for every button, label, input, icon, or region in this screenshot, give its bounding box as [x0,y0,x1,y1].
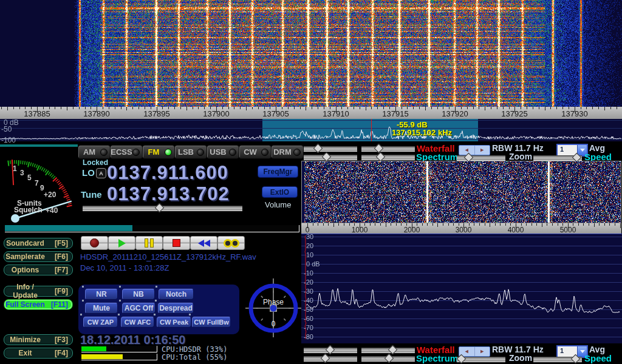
notch-button[interactable]: Notch [159,289,194,300]
slider-thumb[interactable] [326,345,335,355]
clock-display: 18.12.2011 0:16:50 [80,334,186,346]
cw-peak-button[interactable]: CW Peak [157,317,191,328]
loop-button[interactable] [217,236,245,250]
audio-db-label: -10 [304,270,313,277]
info-update-button[interactable]: Info / Update[F9] [4,286,73,297]
mode-led [132,149,140,156]
nb-button[interactable]: NB [122,289,155,300]
zoom-slider[interactable] [457,155,505,161]
cw-zap-button[interactable]: CW ZAP [83,317,118,328]
mode-led [261,149,268,156]
waterfall-brightness-slider-2[interactable] [304,348,357,353]
waterfall-brightness-slider[interactable] [304,146,357,152]
cpu-total-bar-fill [81,354,123,359]
rbw-spin-control-2[interactable]: ◄► [459,346,490,357]
spectrum-brightness-slider[interactable] [304,155,357,160]
audio-db-label: 20 [306,243,313,249]
lo-frequency-value[interactable]: 0137.911.600 [107,163,228,182]
slider-thumb[interactable] [322,152,332,162]
mute-button[interactable]: Mute [85,303,118,314]
audio-db-label: -60 [304,315,313,322]
audio-scale-label: 1000 [352,226,368,234]
audio-db-label: 0 dB [306,261,320,268]
rf-spectrum-display[interactable] [0,119,622,141]
hdsdr-window: 137885 137890 137895 137900 137905 13791… [0,0,622,364]
soundcard-button[interactable]: Soundcard[F5] [4,238,73,249]
record-icon [90,238,99,248]
slider-thumb[interactable] [388,345,398,355]
samplerate-button[interactable]: Samplerate[F6] [4,251,73,262]
lo-label: LO [82,168,95,177]
progress-bar[interactable] [5,225,299,232]
pause-icon [145,238,154,248]
stop-button[interactable] [163,236,190,250]
phase-label: Phase [263,298,284,306]
lo-lock-button[interactable]: A [96,168,106,178]
audio-waterfall-display[interactable] [302,161,621,223]
avg-dropdown-2[interactable]: 1 [556,345,588,358]
rewind-button[interactable] [190,236,217,250]
rf-scale-label: 137900 [203,109,229,118]
mode-button-usb[interactable]: USB [207,145,239,159]
full-screen-button[interactable]: Full Screen[F11] [4,299,73,310]
exit-button[interactable]: Exit[F4] [4,348,73,359]
waterfall-contrast-slider-2[interactable] [361,348,415,353]
cw-afc-button[interactable]: CW AFC [121,317,154,328]
tune-frequency-value[interactable]: 0137.913.702 [107,184,230,203]
freqmgr-button[interactable]: FreqMgr [258,166,298,178]
volume-slider[interactable] [83,206,242,211]
audio-scale-label: 3000 [456,226,472,234]
slider-thumb[interactable] [313,144,323,153]
mode-button-fm[interactable]: FM [142,145,175,159]
mode-button-lsb[interactable]: LSB [174,145,207,159]
mode-led [197,149,204,156]
mode-button-am[interactable]: AM [78,145,111,159]
slider-thumb[interactable] [321,354,330,363]
cpu-total-text: CPU:Total (55%) [162,353,227,362]
audio-spectrum-display[interactable] [301,234,622,343]
slider-thumb[interactable] [384,354,394,363]
recording-timestamp: Dec 10, 2011 - 13:01:28Z [80,264,169,272]
avg-dropdown[interactable]: 1 [556,144,588,157]
record-button[interactable] [81,236,108,250]
zoom-slider-2[interactable] [457,357,505,362]
extio-button[interactable]: ExtIO [262,186,298,198]
mode-button-cw[interactable]: CW [239,145,272,159]
progress-bar-fill [5,225,132,231]
slider-thumb[interactable] [374,144,384,153]
rbw-up-arrow[interactable]: ► [475,146,490,155]
rbw-spin-control[interactable]: ◄► [459,145,490,155]
rbw-up-arrow[interactable]: ► [475,347,490,356]
slider-thumb[interactable] [376,152,386,162]
volume-slider-thumb[interactable] [155,203,165,213]
tune-marker-frequency: 137.915.102 kHz [392,128,452,137]
agc-button[interactable]: AGC Off [122,303,156,314]
rbw-label: RBW 11.7 Hz [492,144,544,152]
play-button[interactable] [108,236,135,250]
options-button[interactable]: Options[F7] [4,265,73,275]
s-meter-tick-label: 3 [20,169,24,177]
s-meter-tick-label: 7 [35,180,39,187]
spectrum-controls-label: Spectrum [416,152,458,161]
speed-slider-2[interactable] [533,357,582,362]
spectrum-brightness-slider-2[interactable] [304,356,357,362]
nr-button[interactable]: NR [85,289,118,300]
pause-button[interactable] [135,236,163,250]
cw-fullbw-button[interactable]: CW FullBw [192,317,231,328]
cpu-hdsdr-bar-fill [81,346,106,351]
rf-scale-label: 137930 [561,109,587,118]
mode-button-drm[interactable]: DRM [271,145,304,159]
loop-icon [224,239,239,248]
spectrum-contrast-slider-2[interactable] [361,356,415,362]
waterfall-contrast-slider[interactable] [361,146,415,152]
speed-slider[interactable] [533,155,582,161]
audio-db-label: -70 [304,325,313,331]
minimize-button[interactable]: Minimize[F3] [4,334,73,345]
rf-waterfall-display[interactable] [0,0,622,107]
spectrum-contrast-slider[interactable] [361,155,415,160]
mode-button-ecss[interactable]: ECSS [110,145,143,159]
despread-button[interactable]: Despread [158,303,194,314]
audio-scale-label: 2000 [404,226,420,234]
meter-top-divider [0,144,78,147]
cpu-hdsdr-bar [81,346,157,352]
